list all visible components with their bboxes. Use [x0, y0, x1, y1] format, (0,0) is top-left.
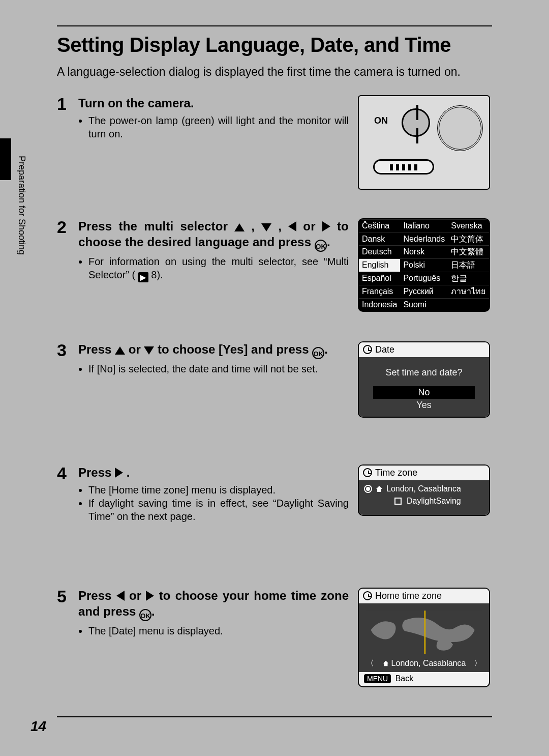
step-number: 5: [57, 588, 69, 689]
left-arrow-icon: [116, 591, 125, 601]
step: 5 Press or to choose your home time zone…: [57, 588, 492, 689]
step-title: Press the multi selector , , or to choos…: [78, 218, 349, 252]
step-figure: ČeštinaItalianoSvenskaDanskNederlands中文简…: [358, 218, 492, 320]
bullet: The [Home time zone] menu is displayed.: [88, 483, 349, 497]
chevron-left-icon: 〈: [366, 658, 374, 669]
step-body: Press or to choose your home time zone a…: [78, 588, 349, 689]
option-yes: Yes: [359, 399, 489, 412]
title-text: or: [303, 219, 322, 233]
step-body: Turn on the camera. The power-on lamp (g…: [78, 95, 349, 197]
manual-page: Preparation for Shooting Setting Display…: [0, 0, 549, 756]
radio-selected-icon: [364, 485, 372, 493]
panel-header: Home time zone: [359, 589, 489, 603]
step-title: Press .: [78, 464, 349, 480]
timezone-screen: Time zone London, Casablanca: [358, 464, 490, 516]
panel-title: Date: [375, 344, 394, 355]
world-map-icon: [366, 608, 482, 656]
content-area: Setting Display Language, Date, and Time…: [57, 34, 492, 689]
step-bullets: If [No] is selected, the date and time w…: [88, 362, 349, 375]
home-timezone-screen: Home time zone 〈: [358, 588, 490, 687]
ok-button-icon: OK: [315, 240, 327, 252]
step-title: Turn on the camera.: [78, 95, 349, 111]
back-label: Back: [395, 674, 414, 683]
camera-illustration: ON: [358, 95, 490, 190]
title-text: or: [129, 589, 146, 602]
timezone-label: London, Casablanca: [386, 484, 461, 493]
bullet: If [No] is selected, the date and time w…: [88, 362, 349, 375]
page-title: Setting Display Language, Date, and Time: [57, 34, 492, 56]
panel-footer: MENU Back: [359, 672, 489, 686]
bullet: The power-on lamp (green) will light and…: [88, 114, 349, 140]
language-option: Français: [359, 285, 400, 298]
title-text: Press: [78, 342, 115, 356]
page-xref-icon: ▶: [138, 272, 148, 282]
home-icon: [375, 485, 383, 493]
title-text: ,: [251, 219, 261, 233]
step-number: 2: [57, 218, 69, 320]
map-footer: 〈 London, Casablanca 〉: [366, 658, 482, 669]
language-option: 中文繁體: [448, 245, 489, 258]
panel-body: London, Casablanca DaylightSaving: [359, 480, 489, 515]
language-option: Português: [400, 272, 448, 285]
title-text: ,: [278, 219, 288, 233]
panel-body: Set time and date? No Yes: [359, 357, 489, 417]
language-grid: ČeštinaItalianoSvenskaDanskNederlands中文简…: [359, 219, 489, 311]
ok-button-icon: OK: [312, 347, 324, 359]
bullet: The [Date] menu is displayed.: [88, 624, 349, 637]
panel-header: Time zone: [359, 466, 489, 480]
clock-icon: [363, 591, 372, 600]
language-option: 日本語: [448, 258, 489, 272]
home-icon: [382, 660, 389, 667]
step-body: Press or to choose [Yes] and press OK. I…: [78, 341, 349, 443]
left-arrow-icon: [288, 221, 296, 231]
intro-paragraph: A language-selection dialog is displayed…: [57, 65, 492, 80]
power-on-label: ON: [374, 115, 388, 126]
step-body: Press . The [Home time zone] menu is dis…: [78, 464, 349, 566]
step-bullets: The [Home time zone] menu is displayed. …: [88, 483, 349, 523]
right-arrow-icon: [322, 221, 330, 231]
language-option: [448, 298, 489, 311]
top-rule: [57, 25, 492, 26]
ok-button-icon: OK: [139, 609, 151, 621]
language-option: Suomi: [400, 298, 448, 311]
checkbox-icon: [394, 498, 402, 505]
step-number: 4: [57, 464, 69, 566]
up-arrow-icon: [115, 346, 125, 355]
step-figure: Time zone London, Casablanca: [358, 464, 492, 566]
down-arrow-icon: [144, 346, 154, 355]
panel-title: Home time zone: [375, 591, 442, 601]
language-option: Italiano: [400, 219, 448, 232]
language-option: 한글: [448, 272, 489, 285]
daylight-saving-item: DaylightSaving: [364, 497, 484, 506]
panel-body: 〈 London, Casablanca 〉: [359, 603, 489, 672]
right-arrow-icon: [115, 468, 123, 478]
step-number: 1: [57, 95, 69, 197]
power-button-icon: [402, 108, 430, 137]
panel-header: Date: [359, 342, 489, 357]
title-text: Press: [78, 466, 115, 479]
step-list: 1 Turn on the camera. The power-on lamp …: [57, 95, 492, 689]
step: 2 Press the multi selector , , or to cho…: [57, 218, 492, 320]
step-bullets: The power-on lamp (green) will light and…: [88, 114, 349, 140]
language-option: Nederlands: [400, 232, 448, 246]
language-selection-screen: ČeštinaItalianoSvenskaDanskNederlands中文简…: [358, 218, 490, 312]
section-vertical-label: Preparation for Shooting: [16, 156, 27, 255]
language-option: Polski: [400, 258, 448, 272]
step: 3 Press or to choose [Yes] and press OK.…: [57, 341, 492, 443]
bullet-text: 8).: [148, 269, 163, 280]
language-option: Svenska: [448, 219, 489, 232]
right-arrow-icon: [146, 591, 154, 601]
step-bullets: For information on using the multi selec…: [88, 255, 349, 282]
up-arrow-icon: [234, 223, 245, 231]
bullet: For information on using the multi selec…: [88, 255, 349, 282]
title-text: Press the multi selector: [78, 219, 234, 233]
menu-badge: MENU: [364, 674, 391, 683]
language-option: Deutsch: [359, 245, 400, 258]
panel-title: Time zone: [375, 468, 417, 478]
bullet-text: For information on using the multi selec…: [88, 256, 349, 280]
prompt-text: Set time and date?: [359, 362, 489, 386]
title-text: Press: [78, 589, 116, 602]
section-thumb-tab: [0, 138, 11, 180]
step-title: Press or to choose your home time zone a…: [78, 588, 349, 621]
language-option: ภาษาไทย: [448, 285, 489, 298]
